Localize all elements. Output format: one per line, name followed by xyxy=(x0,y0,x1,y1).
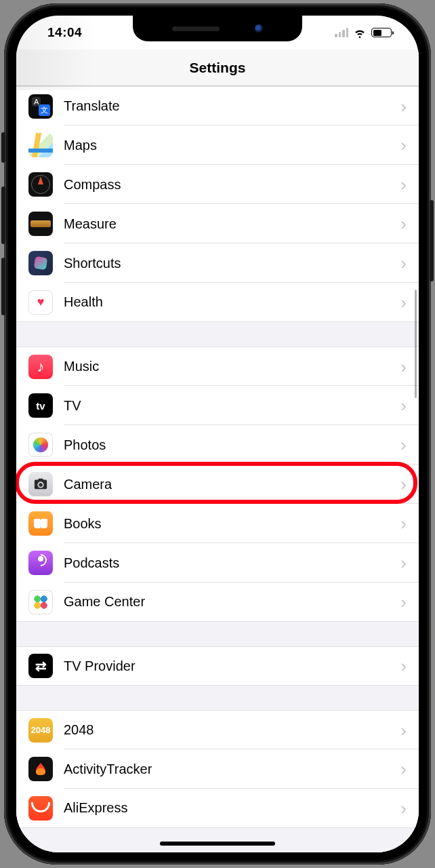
chevron-right-icon: › xyxy=(400,722,407,739)
scroll-indicator xyxy=(415,290,417,398)
chevron-right-icon: › xyxy=(400,136,407,154)
row-music[interactable]: Music › xyxy=(16,347,419,386)
photos-icon xyxy=(28,433,53,457)
chevron-right-icon: › xyxy=(400,554,407,572)
row-label: Game Center xyxy=(64,594,400,610)
chevron-right-icon: › xyxy=(400,215,407,233)
chevron-right-icon: › xyxy=(400,254,407,272)
volume-up-btn xyxy=(1,186,5,244)
row-books[interactable]: Books › xyxy=(16,504,419,543)
app-2048-icon: 2048 xyxy=(28,718,53,743)
row-game-center[interactable]: Game Center › xyxy=(16,583,419,622)
row-label: 2048 xyxy=(64,722,400,738)
books-icon xyxy=(28,511,53,536)
status-time: 14:04 xyxy=(47,25,82,40)
row-label: Books xyxy=(64,516,400,532)
shortcuts-icon xyxy=(28,251,53,275)
front-camera xyxy=(255,24,263,33)
chevron-right-icon: › xyxy=(400,800,407,817)
translate-icon xyxy=(28,94,53,119)
row-label: TV xyxy=(64,398,400,414)
chevron-right-icon: › xyxy=(400,475,407,493)
row-label: Camera xyxy=(64,477,400,492)
row-compass[interactable]: Compass › xyxy=(16,165,419,204)
chevron-right-icon: › xyxy=(400,593,407,611)
compass-icon xyxy=(28,172,53,197)
battery-icon xyxy=(371,28,392,37)
measure-icon xyxy=(28,212,53,236)
volume-down-btn xyxy=(1,258,5,315)
row-label: Health xyxy=(64,294,400,310)
maps-icon xyxy=(28,133,53,157)
cellular-icon xyxy=(335,28,348,37)
settings-group: 2048 2048 › ActivityTracker › AliExpress… xyxy=(16,710,419,828)
row-label: Podcasts xyxy=(64,555,400,571)
aliexpress-icon xyxy=(28,796,53,821)
game-center-icon xyxy=(28,590,53,614)
chevron-right-icon: › xyxy=(400,397,407,414)
row-label: Shortcuts xyxy=(64,256,400,271)
row-label: Translate xyxy=(64,98,400,114)
row-tv[interactable]: TV › xyxy=(16,386,419,425)
row-label: Measure xyxy=(64,216,400,232)
row-shortcuts[interactable]: Shortcuts › xyxy=(16,243,419,283)
row-label: TV Provider xyxy=(64,658,400,674)
status-right xyxy=(335,26,392,39)
row-health[interactable]: ♥ Health › xyxy=(16,283,419,322)
chevron-right-icon: › xyxy=(400,294,407,311)
home-indicator[interactable] xyxy=(160,842,275,846)
row-label: Photos xyxy=(64,437,400,453)
chevron-right-icon: › xyxy=(400,176,407,193)
chevron-right-icon: › xyxy=(400,760,407,778)
row-measure[interactable]: Measure › xyxy=(16,204,419,243)
settings-group: Translate › Maps › Compass › Measure › xyxy=(16,86,419,322)
tv-provider-icon xyxy=(28,654,53,678)
chevron-right-icon: › xyxy=(400,358,407,376)
row-label: Compass xyxy=(64,177,400,193)
row-aliexpress[interactable]: AliExpress › xyxy=(16,789,419,828)
podcasts-icon xyxy=(28,551,53,575)
row-label: Music xyxy=(64,359,400,374)
chevron-right-icon: › xyxy=(400,515,407,532)
row-label: AliExpress xyxy=(64,800,400,816)
row-photos[interactable]: Photos › xyxy=(16,425,419,465)
settings-group: Music › TV › Photos › Camera xyxy=(16,347,419,622)
row-2048[interactable]: 2048 2048 › xyxy=(16,710,419,749)
health-icon: ♥ xyxy=(28,290,53,315)
row-tv-provider[interactable]: TV Provider › xyxy=(16,646,419,686)
chevron-right-icon: › xyxy=(400,657,407,675)
chevron-right-icon: › xyxy=(400,436,407,454)
row-label: ActivityTracker xyxy=(64,762,400,777)
notch xyxy=(133,16,302,41)
activitytracker-icon xyxy=(28,757,53,781)
nav-header: Settings xyxy=(16,50,419,86)
wifi-icon xyxy=(353,26,367,39)
chevron-right-icon: › xyxy=(400,98,407,115)
power-btn xyxy=(430,200,434,281)
music-icon xyxy=(28,355,53,379)
mute-switch xyxy=(1,132,5,163)
page-title: Settings xyxy=(190,60,246,76)
camera-icon xyxy=(28,472,53,496)
row-translate[interactable]: Translate › xyxy=(16,86,419,125)
screen: 14:04 Settings Translate › Maps xyxy=(16,16,419,852)
row-camera[interactable]: Camera › xyxy=(16,465,419,504)
row-maps[interactable]: Maps › xyxy=(16,125,419,165)
speaker-grille xyxy=(172,26,220,31)
row-podcasts[interactable]: Podcasts › xyxy=(16,543,419,583)
settings-group: TV Provider › xyxy=(16,646,419,686)
tv-icon xyxy=(28,393,53,418)
phone-frame: 14:04 Settings Translate › Maps xyxy=(4,3,431,865)
row-activitytracker[interactable]: ActivityTracker › xyxy=(16,749,419,789)
row-label: Maps xyxy=(64,138,400,153)
settings-list[interactable]: Translate › Maps › Compass › Measure › xyxy=(16,86,419,852)
